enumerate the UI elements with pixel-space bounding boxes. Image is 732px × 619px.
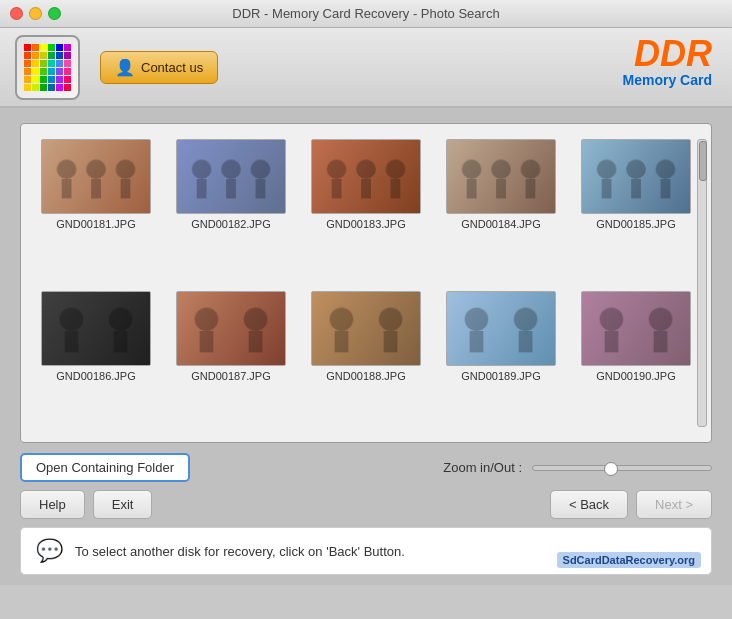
logo-cell xyxy=(56,44,63,51)
logo-cell xyxy=(40,44,47,51)
logo-cell xyxy=(40,84,47,91)
logo-cell xyxy=(24,52,31,59)
photo-item[interactable]: GND00185.JPG xyxy=(576,139,696,276)
window-title: DDR - Memory Card Recovery - Photo Searc… xyxy=(232,6,499,21)
logo-cell xyxy=(48,84,55,91)
logo-cell xyxy=(24,76,31,83)
photo-thumbnail[interactable] xyxy=(446,291,556,366)
logo-cell xyxy=(48,44,55,51)
logo-cell xyxy=(64,44,71,51)
photo-thumbnail[interactable] xyxy=(176,139,286,214)
main-content: GND00181.JPGGND00182.JPGGND00183.JPGGND0… xyxy=(0,108,732,585)
open-folder-button[interactable]: Open Containing Folder xyxy=(20,453,190,482)
nav-buttons: < Back Next > xyxy=(550,490,712,519)
logo-cell xyxy=(56,76,63,83)
photo-thumbnail[interactable] xyxy=(41,139,151,214)
logo-cell xyxy=(64,76,71,83)
logo-cell xyxy=(24,68,31,75)
photo-filename: GND00190.JPG xyxy=(596,370,675,382)
next-button[interactable]: Next > xyxy=(636,490,712,519)
logo-cell xyxy=(64,84,71,91)
photo-thumbnail[interactable] xyxy=(311,291,421,366)
watermark: SdCardDataRecovery.org xyxy=(557,552,701,568)
contact-button[interactable]: 👤 Contact us xyxy=(100,51,218,84)
logo-grid xyxy=(24,44,71,91)
photo-item[interactable]: GND00189.JPG xyxy=(441,291,561,428)
scrollbar-track[interactable] xyxy=(697,139,707,427)
photo-filename: GND00182.JPG xyxy=(191,218,270,230)
app-logo xyxy=(15,35,80,100)
scrollbar-thumb[interactable] xyxy=(699,141,707,181)
status-message: To select another disk for recovery, cli… xyxy=(75,544,405,559)
logo-cell xyxy=(56,52,63,59)
brand-title: DDR xyxy=(623,36,712,72)
logo-cell xyxy=(56,84,63,91)
photo-thumbnail[interactable] xyxy=(581,291,691,366)
photo-filename: GND00186.JPG xyxy=(56,370,135,382)
photo-item[interactable]: GND00190.JPG xyxy=(576,291,696,428)
photo-filename: GND00188.JPG xyxy=(326,370,405,382)
info-icon: 💬 xyxy=(36,538,63,564)
photo-item[interactable]: GND00186.JPG xyxy=(36,291,156,428)
photo-filename: GND00184.JPG xyxy=(461,218,540,230)
minimize-button[interactable] xyxy=(29,7,42,20)
photo-filename: GND00183.JPG xyxy=(326,218,405,230)
photo-thumbnail[interactable] xyxy=(311,139,421,214)
contact-label: Contact us xyxy=(141,60,203,75)
logo-cell xyxy=(40,76,47,83)
logo-cell xyxy=(56,60,63,67)
logo-cell xyxy=(24,44,31,51)
logo-cell xyxy=(64,68,71,75)
logo-cell xyxy=(40,52,47,59)
zoom-handle[interactable] xyxy=(604,462,618,476)
back-button[interactable]: < Back xyxy=(550,490,628,519)
photo-item[interactable]: GND00187.JPG xyxy=(171,291,291,428)
window-controls[interactable] xyxy=(10,7,61,20)
photo-item[interactable]: GND00188.JPG xyxy=(306,291,426,428)
photo-filename: GND00187.JPG xyxy=(191,370,270,382)
logo-cell xyxy=(64,60,71,67)
logo-cell xyxy=(32,52,39,59)
controls-row: Open Containing Folder Zoom in/Out : xyxy=(20,443,712,482)
logo-cell xyxy=(32,60,39,67)
brand-subtitle: Memory Card xyxy=(623,72,712,88)
status-bar: 💬 To select another disk for recovery, c… xyxy=(20,527,712,575)
photo-thumbnail[interactable] xyxy=(41,291,151,366)
photo-item[interactable]: GND00183.JPG xyxy=(306,139,426,276)
help-button[interactable]: Help xyxy=(20,490,85,519)
photo-filename: GND00189.JPG xyxy=(461,370,540,382)
maximize-button[interactable] xyxy=(48,7,61,20)
bottom-buttons: Help Exit < Back Next > xyxy=(20,482,712,527)
logo-cell xyxy=(32,68,39,75)
title-bar: DDR - Memory Card Recovery - Photo Searc… xyxy=(0,0,732,28)
photo-item[interactable]: GND00182.JPG xyxy=(171,139,291,276)
logo-cell xyxy=(56,68,63,75)
photo-grid: GND00181.JPGGND00182.JPGGND00183.JPGGND0… xyxy=(36,139,696,427)
logo-cell xyxy=(64,52,71,59)
zoom-control: Zoom in/Out : xyxy=(443,460,712,475)
close-button[interactable] xyxy=(10,7,23,20)
logo-cell xyxy=(48,52,55,59)
logo-cell xyxy=(32,76,39,83)
left-buttons: Help Exit xyxy=(20,490,152,519)
photo-thumbnail[interactable] xyxy=(581,139,691,214)
header: 👤 Contact us DDR Memory Card xyxy=(0,28,732,108)
photo-item[interactable]: GND00181.JPG xyxy=(36,139,156,276)
photo-filename: GND00185.JPG xyxy=(596,218,675,230)
zoom-slider[interactable] xyxy=(532,465,712,471)
logo-cell xyxy=(40,68,47,75)
photo-filename: GND00181.JPG xyxy=(56,218,135,230)
logo-cell xyxy=(32,84,39,91)
logo-cell xyxy=(24,84,31,91)
logo-cell xyxy=(48,68,55,75)
zoom-label: Zoom in/Out : xyxy=(443,460,522,475)
photo-item[interactable]: GND00184.JPG xyxy=(441,139,561,276)
logo-cell xyxy=(48,76,55,83)
brand-area: DDR Memory Card xyxy=(623,36,712,88)
logo-cell xyxy=(24,60,31,67)
photo-panel: GND00181.JPGGND00182.JPGGND00183.JPGGND0… xyxy=(20,123,712,443)
photo-thumbnail[interactable] xyxy=(176,291,286,366)
logo-cell xyxy=(48,60,55,67)
exit-button[interactable]: Exit xyxy=(93,490,153,519)
photo-thumbnail[interactable] xyxy=(446,139,556,214)
